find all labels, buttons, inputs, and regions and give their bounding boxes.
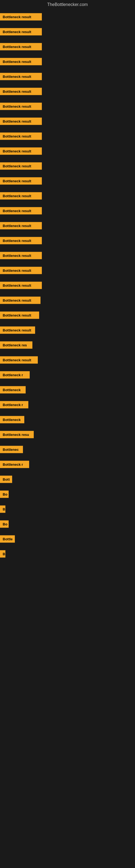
bottleneck-item: Bottleneck result (0, 144, 135, 158)
bottleneck-badge[interactable]: Bottleneck res (0, 341, 32, 348)
bottleneck-item: Bottle (0, 531, 135, 546)
bottleneck-badge[interactable]: Bottleneck result (0, 177, 42, 184)
bottleneck-item: Bott (0, 472, 135, 487)
bottleneck-badge[interactable]: Bottleneck (0, 416, 24, 423)
bottleneck-item: Bottleneck result (0, 248, 135, 263)
bottleneck-item: Bottleneck result (0, 54, 135, 69)
bottleneck-item: Bottleneck r (0, 367, 135, 382)
bottleneck-badge[interactable]: Bottleneck result (0, 73, 42, 80)
bottleneck-item: Bottleneck result (0, 39, 135, 54)
bottleneck-badge[interactable]: Bottleneck result (0, 28, 42, 35)
bottleneck-item: Bottlenec (0, 442, 135, 457)
bottleneck-item: Bottleneck result (0, 218, 135, 233)
bottleneck-item: Bottleneck result (0, 84, 135, 99)
bottleneck-item: Bottleneck result (0, 263, 135, 278)
bottleneck-badge[interactable]: Bottleneck result (0, 13, 42, 20)
bottleneck-item: Bo (0, 517, 135, 531)
bottleneck-badge[interactable]: Bottleneck result (0, 356, 38, 364)
bottleneck-item: Bottleneck r (0, 457, 135, 472)
bottleneck-badge[interactable]: Bottleneck result (0, 132, 42, 140)
bottleneck-badge[interactable]: Bottleneck result (0, 58, 42, 65)
bottleneck-item: Bottleneck result (0, 158, 135, 173)
bottleneck-badge[interactable]: Bo (0, 520, 9, 528)
bottleneck-badge[interactable]: Bottleneck result (0, 88, 42, 95)
bottleneck-badge[interactable]: Bottleneck result (0, 147, 42, 155)
bottleneck-badge[interactable]: Bottleneck r (0, 461, 29, 468)
bottleneck-item: Bottleneck resu (0, 427, 135, 442)
bottleneck-badge[interactable]: Bottleneck result (0, 43, 42, 50)
bottleneck-badge[interactable]: Bottleneck r (0, 401, 28, 408)
bottleneck-badge[interactable]: Bottleneck result (0, 192, 42, 199)
bottleneck-item: Bottleneck result (0, 188, 135, 203)
bottleneck-item: Bottleneck r (0, 397, 135, 412)
bottleneck-badge[interactable]: Bottleneck result (0, 282, 42, 289)
bottleneck-item: Bottleneck result (0, 114, 135, 129)
bottleneck-item: Bo (0, 487, 135, 501)
bottleneck-item: Bottleneck result (0, 352, 135, 367)
bottleneck-badge[interactable]: B (0, 550, 5, 557)
bottleneck-item: Bottleneck result (0, 278, 135, 293)
bottleneck-badge[interactable]: Bottleneck result (0, 102, 42, 110)
bottleneck-badge[interactable]: Bottleneck result (0, 297, 41, 304)
bottleneck-badge[interactable]: Bottleneck result (0, 326, 35, 334)
bottleneck-badge[interactable]: Bo (0, 490, 9, 498)
bottleneck-badge[interactable]: Bottleneck result (0, 252, 42, 259)
site-title: TheBottlenecker.com (0, 0, 135, 9)
bottleneck-badge[interactable]: Bottleneck (0, 386, 26, 393)
bottleneck-item: Bottleneck (0, 382, 135, 397)
bottom-spacer (0, 561, 135, 846)
bottleneck-item: Bottleneck res (0, 337, 135, 352)
bottleneck-item: Bottleneck result (0, 99, 135, 114)
bottleneck-item: Bottleneck result (0, 129, 135, 144)
bottleneck-badge[interactable]: B (0, 505, 5, 513)
bottleneck-item: Bottleneck result (0, 233, 135, 248)
bottleneck-badge[interactable]: Bottle (0, 535, 15, 542)
bottleneck-item: Bottleneck (0, 412, 135, 427)
bottleneck-badge[interactable]: Bottleneck r (0, 371, 30, 378)
bottleneck-badge[interactable]: Bottleneck result (0, 267, 42, 274)
bottleneck-badge[interactable]: Bottleneck result (0, 222, 42, 229)
bottleneck-badge[interactable]: Bottleneck result (0, 162, 42, 169)
bottleneck-item: Bottleneck result (0, 24, 135, 39)
bottleneck-badge[interactable]: Bottleneck result (0, 207, 42, 214)
bottleneck-item: Bottleneck result (0, 308, 135, 322)
bottleneck-item: B (0, 501, 135, 517)
bottleneck-item: Bottleneck result (0, 173, 135, 188)
bottleneck-item: Bottleneck result (0, 9, 135, 24)
bottleneck-badge[interactable]: Bottleneck result (0, 237, 42, 244)
bottleneck-badge[interactable]: Bottlenec (0, 446, 23, 453)
bottleneck-badge[interactable]: Bottleneck result (0, 311, 39, 319)
bottleneck-item: Bottleneck result (0, 322, 135, 337)
bottleneck-item: B (0, 546, 135, 561)
bottleneck-item: Bottleneck result (0, 203, 135, 218)
bottleneck-badge[interactable]: Bottleneck resu (0, 431, 34, 438)
bottleneck-item: Bottleneck result (0, 69, 135, 84)
bottleneck-item: Bottleneck result (0, 293, 135, 308)
bottleneck-badge[interactable]: Bottleneck result (0, 118, 42, 125)
bottleneck-badge[interactable]: Bott (0, 475, 12, 483)
bottleneck-container: TheBottlenecker.com Bottleneck resultBot… (0, 0, 135, 846)
